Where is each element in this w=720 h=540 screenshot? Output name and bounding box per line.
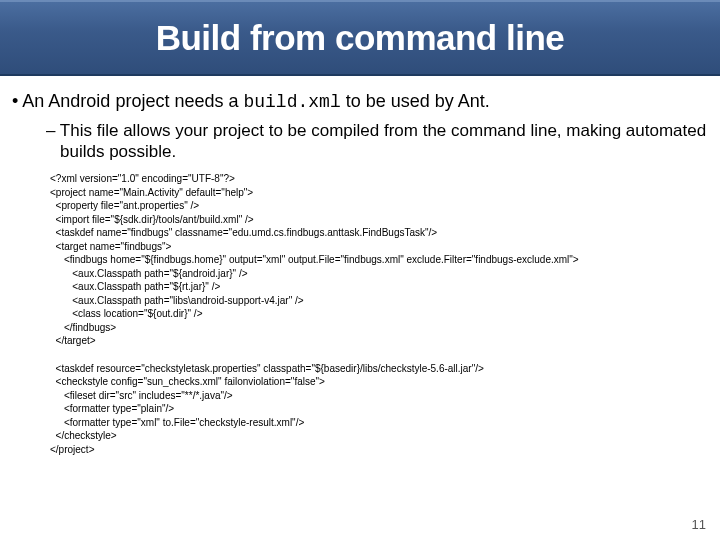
slide-title: Build from command line bbox=[156, 18, 565, 58]
sub-bullet: – This file allows your project to be co… bbox=[46, 120, 708, 163]
bullet-code-term: build.xml bbox=[243, 92, 340, 112]
title-bar: Build from command line bbox=[0, 0, 720, 76]
code-block-2: <taskdef resource="checkstyletask.proper… bbox=[50, 362, 708, 457]
bullet-text-pre: • An Android project needs a bbox=[12, 91, 243, 111]
bullet-text-post: to be used by Ant. bbox=[341, 91, 490, 111]
code-block-1: <?xml version="1.0" encoding="UTF-8"?> <… bbox=[50, 172, 708, 348]
bullet-main: • An Android project needs a build.xml t… bbox=[12, 90, 708, 114]
page-number: 11 bbox=[692, 517, 706, 532]
slide-body: • An Android project needs a build.xml t… bbox=[0, 76, 720, 456]
